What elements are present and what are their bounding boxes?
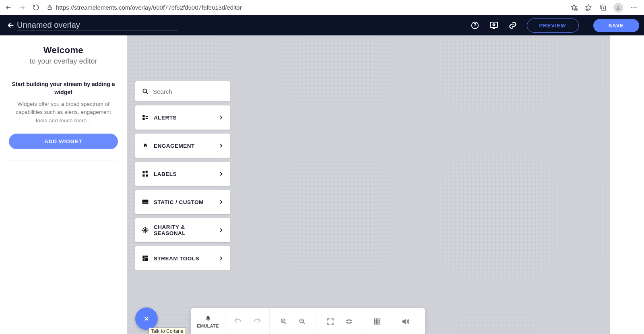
category-labels[interactable]: LABELS [135, 162, 230, 186]
category-label: LABELS [154, 171, 177, 177]
lock-icon [47, 4, 53, 10]
chevron-right-icon [218, 171, 224, 177]
undo-button[interactable] [233, 317, 242, 326]
svg-point-16 [145, 146, 146, 147]
canvas-toolbar: EMULATE [191, 308, 425, 334]
svg-rect-24 [142, 256, 144, 259]
zoom-in-button[interactable] [280, 318, 288, 326]
app-back-button[interactable] [5, 21, 17, 30]
chevron-right-icon [218, 143, 224, 148]
chevron-right-icon [218, 227, 224, 233]
svg-point-5 [634, 7, 635, 8]
favorites-icon[interactable] [584, 4, 592, 12]
redo-button[interactable] [253, 317, 262, 326]
chevron-right-icon [218, 256, 224, 261]
sidebar: Welcome to your overlay editor Start bui… [0, 35, 127, 334]
category-label: STATIC / CUSTOM [154, 199, 204, 205]
grid-toggle-button[interactable] [373, 318, 381, 326]
welcome-subtitle: to your overlay editor [9, 57, 118, 66]
widgets-icon [142, 170, 149, 177]
cortana-tooltip: Talk to Cortana [149, 328, 186, 334]
search-icon [142, 88, 149, 95]
browser-refresh-button[interactable] [31, 3, 40, 12]
svg-point-4 [631, 7, 632, 8]
widget-category-panel: ALERTS ENGAGEMENT [135, 81, 230, 270]
bell-icon [204, 315, 212, 322]
emulate-label: EMULATE [197, 324, 219, 328]
category-label: STREAM TOOLS [154, 256, 199, 262]
collections-icon[interactable] [599, 4, 607, 12]
emulate-button[interactable]: EMULATE [191, 308, 225, 334]
chevron-right-icon [218, 115, 224, 120]
dashboard-icon [142, 255, 149, 262]
fit-screen-button[interactable] [345, 318, 353, 326]
browser-menu-button[interactable] [630, 4, 638, 11]
browser-forward-button[interactable] [18, 3, 27, 12]
zoom-out-button[interactable] [298, 318, 306, 326]
display-settings-icon[interactable] [489, 21, 499, 30]
star-add-icon[interactable] [570, 4, 578, 12]
svg-rect-25 [142, 259, 144, 261]
monitor-icon [142, 198, 149, 206]
category-label: CHARITY & SEASONAL [154, 224, 218, 236]
volume-button[interactable] [401, 317, 410, 326]
profile-avatar[interactable] [613, 3, 623, 12]
save-button[interactable]: SAVE [593, 19, 639, 32]
editor-canvas[interactable]: ALERTS ENGAGEMENT [127, 35, 644, 334]
link-icon[interactable] [508, 21, 517, 30]
widget-search-input[interactable] [153, 88, 224, 95]
help-icon[interactable] [471, 21, 479, 30]
svg-point-3 [617, 5, 619, 7]
svg-rect-20 [145, 170, 148, 173]
category-label: ALERTS [154, 115, 177, 121]
sidebar-heading: Start building your stream by adding a w… [9, 80, 118, 96]
svg-rect-30 [374, 319, 380, 324]
svg-point-10 [493, 24, 494, 25]
svg-point-6 [636, 7, 637, 8]
welcome-title: Welcome [9, 45, 118, 56]
svg-rect-13 [142, 118, 144, 120]
category-static-custom[interactable]: STATIC / CUSTOM [135, 190, 230, 214]
alerts-icon [142, 114, 149, 121]
sidebar-description: Widgets offer you a broad spectrum of ca… [9, 100, 118, 125]
browser-chrome: https://streamelements.com/overlay/600f7… [0, 0, 644, 15]
preview-button[interactable]: PREVIEW [527, 19, 579, 33]
svg-rect-19 [146, 175, 148, 177]
svg-point-11 [143, 89, 147, 93]
snowflake-icon [142, 227, 149, 234]
svg-rect-14 [146, 116, 148, 117]
fullscreen-button[interactable] [326, 318, 334, 326]
add-widget-button[interactable]: ADD WIDGET [9, 134, 118, 149]
browser-back-button[interactable] [4, 3, 13, 12]
svg-rect-27 [145, 258, 148, 261]
category-label: ENGAGEMENT [154, 143, 195, 149]
svg-rect-15 [146, 118, 148, 119]
svg-rect-26 [145, 256, 148, 258]
browser-url-bar[interactable]: https://streamelements.com/overlay/600f7… [45, 4, 565, 11]
svg-point-8 [475, 27, 475, 28]
svg-rect-18 [142, 175, 144, 177]
chevron-right-icon [218, 199, 224, 205]
url-text: https://streamelements.com/overlay/600f7… [56, 4, 242, 11]
svg-rect-12 [142, 115, 144, 117]
close-panel-button[interactable] [135, 307, 158, 330]
svg-rect-9 [490, 22, 497, 27]
svg-rect-17 [142, 171, 144, 173]
category-charity-seasonal[interactable]: CHARITY & SEASONAL [135, 218, 230, 242]
category-alerts[interactable]: ALERTS [135, 105, 230, 130]
app-header: Unnamed overlay PREVIEW SAVE [0, 15, 644, 35]
category-stream-tools[interactable]: STREAM TOOLS [135, 246, 230, 270]
flame-icon [142, 142, 149, 149]
overlay-title-input[interactable]: Unnamed overlay [17, 20, 178, 31]
widget-search[interactable] [135, 81, 230, 101]
category-engagement[interactable]: ENGAGEMENT [135, 134, 230, 158]
svg-rect-0 [48, 7, 52, 10]
